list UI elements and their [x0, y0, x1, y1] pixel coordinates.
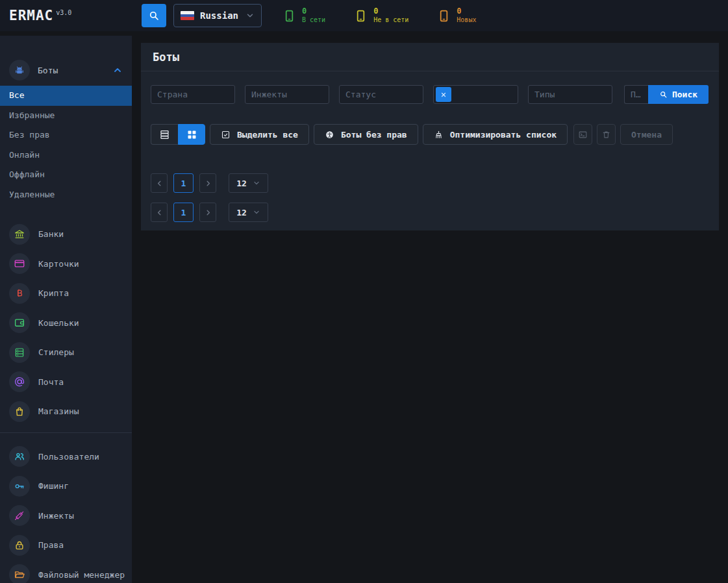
counter-offline: 0 Не в сети — [354, 6, 408, 25]
sidebar-item-wallets[interactable]: Кошельки — [0, 308, 132, 338]
counter-new: 0 Новых — [437, 6, 476, 25]
top-header: ERMAC v3.0 Russian 0 В сети 0 Не в сети — [0, 0, 728, 31]
sidebar-subitem-offline[interactable]: Оффлайн — [0, 165, 132, 185]
list-view-button[interactable] — [151, 124, 178, 145]
grid-view-button[interactable] — [178, 124, 205, 145]
sidebar-item-permissions[interactable]: Права — [0, 530, 132, 560]
types-filter-input[interactable] — [528, 85, 612, 104]
clear-tag-button[interactable] — [436, 87, 451, 102]
terminal-button[interactable] — [573, 124, 592, 145]
extra-filter-input[interactable] — [624, 85, 648, 104]
delete-button[interactable] — [597, 124, 616, 145]
optimize-list-button[interactable]: Оптимизировать список — [423, 124, 568, 145]
sidebar-item-banks[interactable]: Банки — [0, 219, 132, 249]
sidebar-item-phishing[interactable]: Фишинг — [0, 471, 132, 501]
syringe-icon — [14, 510, 25, 521]
russian-flag-icon — [181, 11, 194, 20]
broom-icon — [434, 130, 444, 140]
sidebar-item-mail[interactable]: Почта — [0, 367, 132, 397]
wallet-icon — [14, 317, 25, 329]
search-icon — [659, 90, 668, 99]
sidebar-item-bots[interactable]: Боты — [0, 58, 132, 82]
prev-page-button[interactable] — [151, 173, 168, 193]
sidebar-item-label: Магазины — [38, 406, 79, 416]
search-button[interactable]: Поиск — [648, 85, 709, 104]
next-page-button[interactable] — [199, 203, 216, 222]
tag-filter-input[interactable] — [433, 85, 518, 104]
prev-page-button[interactable] — [151, 203, 168, 222]
current-page-button[interactable]: 1 — [173, 173, 194, 193]
sidebar-item-label: Инжекты — [38, 511, 74, 521]
sidebar-subitem-deleted[interactable]: Удаленные — [0, 185, 132, 205]
chevron-right-icon — [204, 179, 212, 188]
at-icon — [14, 376, 25, 388]
sidebar-item-injects[interactable]: Инжекты — [0, 501, 132, 531]
toolbar-row: Выделить все Боты без прав Оптимизироват… — [141, 104, 719, 145]
next-page-button[interactable] — [199, 173, 216, 193]
logo-text: ERMAC — [9, 8, 53, 23]
sidebar-subitem-online[interactable]: Онлайн — [0, 145, 132, 166]
accessibility-icon — [325, 130, 334, 140]
chevron-left-icon — [155, 208, 164, 217]
sidebar-item-file-manager[interactable]: Файловый менеджер — [0, 560, 132, 583]
sidebar-subitem-favorites[interactable]: Избранные — [0, 106, 132, 126]
select-all-button[interactable]: Выделить все — [210, 124, 309, 145]
chevron-left-icon — [155, 179, 164, 188]
sidebar-item-cards[interactable]: Карточки — [0, 249, 132, 279]
sidebar-item-label: Боты — [38, 66, 58, 75]
checkbox-icon — [221, 130, 231, 140]
sidebar-item-users[interactable]: Пользователи — [0, 442, 132, 472]
bots-without-permissions-button[interactable]: Боты без прав — [314, 124, 418, 145]
sidebar-item-label: Карточки — [38, 259, 79, 269]
sidebar-subitem-all[interactable]: Все — [0, 86, 132, 106]
trash-icon — [601, 130, 611, 140]
sidebar: Боты Все Избранные Без прав Онлайн Оффла… — [0, 36, 132, 583]
logo-version: v3.0 — [56, 9, 71, 16]
counter-online-value: 0 — [302, 6, 325, 16]
country-filter-input[interactable] — [151, 85, 235, 104]
chevron-right-icon — [204, 208, 212, 217]
lock-icon — [14, 540, 25, 551]
status-filter-input[interactable] — [339, 85, 423, 104]
phone-online-icon — [282, 9, 296, 23]
chevron-down-icon — [253, 179, 260, 187]
global-search-button[interactable] — [142, 4, 166, 27]
cancel-button[interactable]: Отмена — [620, 124, 673, 145]
bots-panel: Боты Поиск — [141, 43, 719, 230]
per-page-select[interactable]: 12 — [229, 203, 268, 222]
grid-view-icon — [186, 129, 198, 141]
per-page-select[interactable]: 12 — [229, 173, 268, 193]
users-icon — [14, 451, 25, 462]
key-icon — [14, 480, 25, 492]
close-icon — [440, 91, 447, 99]
sidebar-item-label: Пользователи — [38, 452, 99, 462]
phone-new-icon — [437, 9, 451, 23]
sidebar-item-shops[interactable]: Магазины — [0, 397, 132, 427]
sidebar-item-label: Кошельки — [38, 318, 79, 328]
sidebar-item-label: Файловый менеджер — [38, 570, 125, 580]
counter-new-label: Новых — [457, 16, 476, 25]
sidebar-subitem-no-permissions[interactable]: Без прав — [0, 125, 132, 145]
sidebar-divider — [0, 432, 132, 433]
counter-offline-value: 0 — [373, 6, 408, 16]
bot-counters: 0 В сети 0 Не в сети 0 Новых — [282, 6, 476, 25]
sidebar-item-stealers[interactable]: Стилеры — [0, 338, 132, 367]
sidebar-item-label: Фишинг — [38, 481, 69, 491]
bitcoin-icon — [14, 288, 25, 299]
sidebar-item-label: Стилеры — [38, 347, 74, 357]
bank-icon — [14, 229, 25, 240]
language-selector[interactable]: Russian — [173, 4, 262, 27]
injects-filter-input[interactable] — [245, 85, 329, 104]
shopping-bag-icon — [14, 406, 25, 417]
current-page-button[interactable]: 1 — [173, 203, 194, 222]
sidebar-item-label: Крипта — [38, 288, 69, 298]
pagination-bottom: 1 12 — [141, 193, 719, 222]
view-toggle — [151, 124, 205, 145]
search-icon — [148, 10, 160, 21]
counter-online: 0 В сети — [282, 6, 325, 25]
page-title: Боты — [141, 43, 719, 71]
sidebar-item-crypto[interactable]: Крипта — [0, 279, 132, 308]
counter-online-label: В сети — [302, 16, 325, 25]
chevron-down-icon — [245, 11, 255, 20]
terminal-icon — [578, 130, 588, 140]
